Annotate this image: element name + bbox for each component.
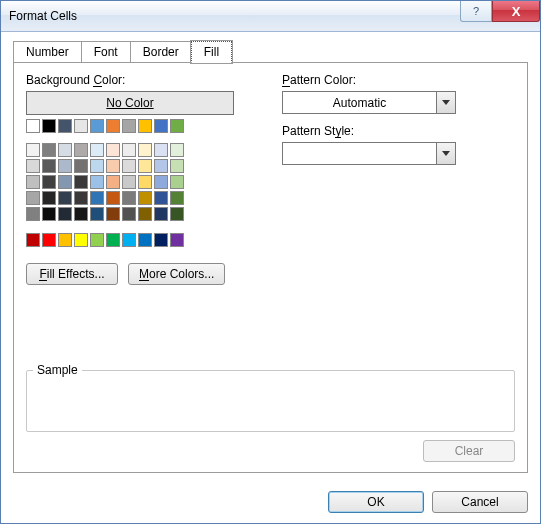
color-swatch[interactable] xyxy=(122,233,136,247)
color-swatch[interactable] xyxy=(138,207,152,221)
ok-button[interactable]: OK xyxy=(328,491,424,513)
color-swatch[interactable] xyxy=(42,175,56,189)
titlebar[interactable]: Format Cells ? X xyxy=(1,1,540,32)
color-swatch[interactable] xyxy=(74,175,88,189)
color-swatch[interactable] xyxy=(90,159,104,173)
color-swatch[interactable] xyxy=(90,175,104,189)
color-swatch[interactable] xyxy=(26,143,40,157)
dialog-buttons: OK Cancel xyxy=(1,483,540,523)
pattern-color-value: Automatic xyxy=(283,92,436,113)
color-swatch[interactable] xyxy=(170,175,184,189)
color-swatch[interactable] xyxy=(170,143,184,157)
color-swatch[interactable] xyxy=(106,207,120,221)
color-swatch[interactable] xyxy=(154,175,168,189)
color-swatch[interactable] xyxy=(138,191,152,205)
color-swatch[interactable] xyxy=(154,119,168,133)
color-swatch[interactable] xyxy=(106,175,120,189)
color-swatch[interactable] xyxy=(26,233,40,247)
color-swatch[interactable] xyxy=(42,119,56,133)
color-swatch[interactable] xyxy=(154,207,168,221)
tab-strip: Number Font Border Fill xyxy=(13,40,528,62)
color-swatch[interactable] xyxy=(90,119,104,133)
pattern-style-value xyxy=(283,143,436,164)
color-swatch[interactable] xyxy=(122,207,136,221)
color-swatch[interactable] xyxy=(154,191,168,205)
window-title: Format Cells xyxy=(9,9,460,23)
color-swatch[interactable] xyxy=(90,143,104,157)
color-swatch[interactable] xyxy=(26,119,40,133)
titlebar-buttons: ? X xyxy=(460,1,540,31)
color-swatch[interactable] xyxy=(154,143,168,157)
color-swatch[interactable] xyxy=(154,159,168,173)
color-swatch[interactable] xyxy=(122,191,136,205)
color-swatch[interactable] xyxy=(58,159,72,173)
palette-tint-row xyxy=(26,207,246,221)
color-swatch[interactable] xyxy=(58,191,72,205)
color-swatch[interactable] xyxy=(122,119,136,133)
color-swatch[interactable] xyxy=(106,191,120,205)
cancel-button[interactable]: Cancel xyxy=(432,491,528,513)
tab-number[interactable]: Number xyxy=(13,41,82,63)
color-swatch[interactable] xyxy=(58,233,72,247)
color-swatch[interactable] xyxy=(138,143,152,157)
color-swatch[interactable] xyxy=(138,159,152,173)
color-swatch[interactable] xyxy=(106,233,120,247)
color-swatch[interactable] xyxy=(90,191,104,205)
color-swatch[interactable] xyxy=(74,191,88,205)
color-swatch[interactable] xyxy=(122,143,136,157)
color-swatch[interactable] xyxy=(138,233,152,247)
color-swatch[interactable] xyxy=(42,233,56,247)
color-swatch[interactable] xyxy=(74,119,88,133)
color-swatch[interactable] xyxy=(58,175,72,189)
color-swatch[interactable] xyxy=(122,175,136,189)
more-colors-button[interactable]: More Colors... xyxy=(128,263,225,285)
color-swatch[interactable] xyxy=(74,233,88,247)
palette-tint-row xyxy=(26,175,246,189)
tab-fill[interactable]: Fill xyxy=(191,41,232,63)
pattern-style-combo[interactable] xyxy=(282,142,456,165)
color-swatch[interactable] xyxy=(42,207,56,221)
color-swatch[interactable] xyxy=(42,159,56,173)
format-cells-dialog: Format Cells ? X Number Font Border Fill… xyxy=(0,0,541,524)
color-swatch[interactable] xyxy=(106,119,120,133)
color-swatch[interactable] xyxy=(138,175,152,189)
color-swatch[interactable] xyxy=(106,159,120,173)
tab-font[interactable]: Font xyxy=(81,41,131,63)
color-swatch[interactable] xyxy=(90,207,104,221)
pattern-color-combo[interactable]: Automatic xyxy=(282,91,456,114)
color-swatch[interactable] xyxy=(74,143,88,157)
color-swatch[interactable] xyxy=(138,119,152,133)
color-swatch[interactable] xyxy=(90,233,104,247)
close-button[interactable]: X xyxy=(492,1,540,22)
color-swatch[interactable] xyxy=(122,159,136,173)
color-swatch[interactable] xyxy=(154,233,168,247)
palette-tints-block xyxy=(26,143,246,221)
palette-tint-row xyxy=(26,191,246,205)
color-swatch[interactable] xyxy=(58,143,72,157)
color-swatch[interactable] xyxy=(106,143,120,157)
color-swatch[interactable] xyxy=(74,207,88,221)
color-swatch[interactable] xyxy=(42,143,56,157)
color-swatch[interactable] xyxy=(58,119,72,133)
color-swatch[interactable] xyxy=(170,191,184,205)
clear-button[interactable]: Clear xyxy=(423,440,515,462)
color-swatch[interactable] xyxy=(26,191,40,205)
fill-effects-button[interactable]: Fill Effects... xyxy=(26,263,118,285)
palette-standard-row xyxy=(26,233,246,247)
chevron-down-icon[interactable] xyxy=(436,92,455,113)
palette-theme-row xyxy=(26,119,246,133)
color-swatch[interactable] xyxy=(42,191,56,205)
color-swatch[interactable] xyxy=(74,159,88,173)
color-swatch[interactable] xyxy=(170,207,184,221)
color-swatch[interactable] xyxy=(170,119,184,133)
color-swatch[interactable] xyxy=(26,207,40,221)
tab-border[interactable]: Border xyxy=(130,41,192,63)
color-swatch[interactable] xyxy=(170,233,184,247)
color-swatch[interactable] xyxy=(26,175,40,189)
color-swatch[interactable] xyxy=(170,159,184,173)
color-swatch[interactable] xyxy=(58,207,72,221)
color-swatch[interactable] xyxy=(26,159,40,173)
help-button[interactable]: ? xyxy=(460,1,492,22)
chevron-down-icon[interactable] xyxy=(436,143,455,164)
no-color-button[interactable]: No Color xyxy=(26,91,234,115)
